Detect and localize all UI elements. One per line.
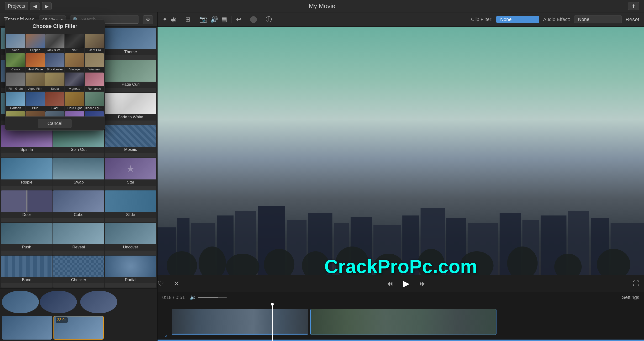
filter-item-vintage[interactable]: Vintage [65, 53, 84, 72]
undo-icon[interactable]: ↩ [236, 16, 241, 23]
playhead [272, 303, 273, 341]
toolbar-right: Clip Filter: Audio Effect: Reset [471, 16, 639, 24]
playhead-handle[interactable] [271, 303, 274, 306]
camera-icon[interactable]: 📷 [199, 16, 207, 23]
like-button[interactable]: ♡ [158, 280, 164, 288]
filter-cancel-button[interactable]: Cancel [38, 119, 72, 128]
top-bar-left: Projects ◀ ▶ [5, 2, 52, 10]
timeline-time: 0:18 / 0:51 [162, 295, 185, 300]
filter-item-oldworld[interactable]: Old World [26, 111, 45, 116]
media-clip-2[interactable] [40, 291, 77, 313]
filter-name-heatwave: Heat Wave [26, 67, 45, 72]
timeline-small-clip-1[interactable] [2, 316, 52, 340]
filter-item-bw[interactable]: Black & White [45, 34, 64, 53]
transition-label: Fade to White [105, 114, 156, 120]
transition-radial[interactable]: Radial [105, 256, 156, 288]
share-button[interactable]: ⬆ [628, 2, 639, 10]
dislike-button[interactable]: ✕ [174, 280, 180, 288]
filter-item-blue[interactable]: Blue [26, 92, 45, 111]
top-bar-right: ⬆ [628, 2, 639, 10]
transitions-settings-button[interactable]: ⚙ [143, 15, 153, 24]
filter-name-filmgrain: Film Grain [6, 86, 25, 92]
filter-item-flipped[interactable]: Flipped [26, 34, 45, 53]
reset-button[interactable]: Reset [626, 16, 639, 23]
filter-item-heatwave[interactable]: Heat Wave [26, 53, 45, 72]
transition-band[interactable]: Band [1, 256, 52, 288]
filter-item-raster[interactable]: Raster [85, 111, 104, 116]
timeline-clip-2[interactable] [310, 309, 496, 335]
filter-item-dreamy[interactable]: Dreamy [65, 111, 84, 116]
color-icon[interactable]: ◉ [171, 16, 176, 23]
filter-item-agedfilm[interactable]: Aged Film [26, 72, 45, 92]
transition-fade-through-white[interactable]: Fade to White [105, 93, 156, 125]
projects-button[interactable]: Projects [5, 2, 28, 10]
filter-item-glow[interactable]: Glow [6, 111, 25, 116]
timeline-small-clip-2[interactable]: 23.9s [54, 316, 104, 340]
timeline-settings-button[interactable]: Settings [622, 295, 639, 300]
transition-swap[interactable]: Swap [53, 158, 104, 190]
svg-point-30 [507, 246, 538, 275]
filter-item-camo[interactable]: Camo [6, 53, 25, 72]
filter-item-hardlight[interactable]: Hard Light [65, 92, 84, 111]
bars-icon[interactable]: ▤ [221, 16, 227, 23]
filter-item-flashback[interactable]: Flashback [45, 111, 64, 116]
filter-item-cartoon[interactable]: Cartoon [6, 92, 25, 111]
filter-item-blast[interactable]: Blast [45, 92, 64, 111]
forward-button[interactable]: ▶ [42, 2, 52, 10]
magic-icon[interactable]: ✦ [162, 16, 168, 23]
transition-star[interactable]: ★ Star [105, 158, 156, 190]
media-clip-3[interactable] [80, 291, 117, 313]
clip-duration-badge: 23.9s [56, 318, 68, 323]
transition-label: Door [1, 212, 52, 218]
transition-push[interactable]: Push [1, 223, 52, 255]
media-clip-1[interactable] [2, 291, 39, 313]
filter-item-blockbuster[interactable]: Blockbuster [45, 53, 64, 72]
timeline-clip-1[interactable] [172, 309, 308, 335]
filter-item-noir[interactable]: Noir [65, 34, 84, 53]
transition-label: Band [1, 277, 52, 283]
filter-item-bleachbypass[interactable]: Bleach Bypass [85, 92, 104, 111]
filter-item-romantic[interactable]: Romantic [85, 72, 104, 92]
transition-ripple[interactable]: Ripple [1, 158, 52, 190]
transition-mosaic[interactable]: Mosaic [105, 125, 156, 157]
video-preview: CrackProPc.com ♡ ✕ ⏮ ▶ ⏭ ⛶ [158, 27, 644, 292]
transition-label: Star [105, 180, 156, 186]
transition-label: Cube [53, 212, 104, 218]
filter-item-silent[interactable]: Silent Era [85, 34, 104, 53]
audio-effect-input[interactable] [574, 16, 622, 24]
toolbar-separator [195, 16, 195, 23]
toolbar: ✦ ◉ ⊞ 📷 🔊 ▤ ↩ ⓘ Clip Filter: Audio Effec… [158, 12, 644, 27]
svg-point-23 [226, 254, 260, 275]
fullscreen-button[interactable]: ⛶ [633, 280, 639, 287]
volume-icon[interactable]: 🔊 [210, 16, 218, 23]
filter-item-vignette[interactable]: Vignette [65, 72, 84, 92]
volume-icon: 🔉 [190, 294, 196, 300]
audio-effect-label: Audio Effect: [543, 17, 570, 22]
filter-item-western[interactable]: Western [85, 53, 104, 72]
transition-cube[interactable]: Cube [53, 190, 104, 222]
transition-uncover[interactable]: Uncover [105, 223, 156, 255]
filter-cancel-row: Cancel [5, 116, 105, 130]
previous-button[interactable]: ⏮ [386, 280, 393, 288]
toolbar-separator [246, 16, 246, 23]
clip-filter-input[interactable] [496, 16, 539, 23]
filter-name-agedfilm: Aged Film [26, 86, 45, 92]
transition-reveal[interactable]: Reveal [53, 223, 104, 255]
avatar-icon[interactable] [250, 16, 257, 23]
filter-item-filmgrain[interactable]: Film Grain [6, 72, 25, 92]
info-icon[interactable]: ⓘ [266, 15, 272, 24]
back-button[interactable]: ◀ [30, 2, 40, 10]
transition-label: Theme [105, 49, 156, 55]
transition-page-curl[interactable]: Page Curl [105, 60, 156, 92]
volume-slider[interactable] [198, 297, 227, 298]
filter-item-none[interactable]: None [6, 34, 25, 53]
transition-slide[interactable]: Slide [105, 190, 156, 222]
transition-door[interactable]: Door [1, 190, 52, 222]
next-button[interactable]: ⏭ [419, 280, 426, 288]
transition-theme[interactable]: Theme [105, 28, 156, 60]
crop-icon[interactable]: ⊞ [185, 16, 190, 23]
filter-item-sepia[interactable]: Sepia [45, 72, 64, 92]
play-button[interactable]: ▶ [403, 278, 410, 288]
transition-checker[interactable]: Checker [53, 256, 104, 288]
filter-name-romantic: Romantic [85, 86, 104, 92]
